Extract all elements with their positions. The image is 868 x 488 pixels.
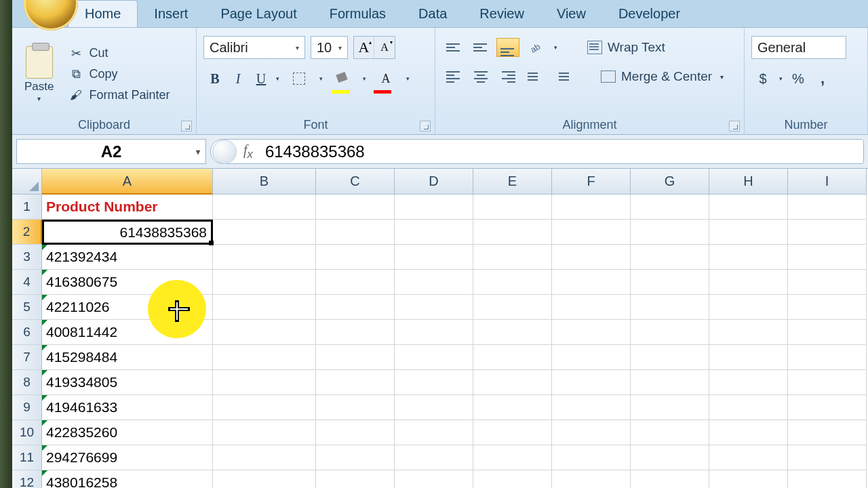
cell-I2[interactable] [788, 220, 867, 245]
align-left-button[interactable] [442, 67, 465, 86]
row-header-11[interactable]: 11 [12, 445, 42, 470]
cell-F11[interactable] [552, 445, 631, 470]
cell-B10[interactable] [213, 420, 316, 445]
cell-B5[interactable] [213, 295, 316, 320]
column-header-E[interactable]: E [473, 169, 552, 195]
column-header-D[interactable]: D [395, 169, 473, 195]
cell-D1[interactable] [395, 195, 473, 220]
cell-A8[interactable]: 419334805 [42, 370, 213, 395]
cell-E3[interactable] [473, 245, 552, 270]
cell-A10[interactable]: 422835260 [42, 420, 213, 445]
cell-E8[interactable] [473, 370, 552, 395]
formula-bar[interactable]: fx 61438835368 [210, 139, 864, 164]
cell-D9[interactable] [395, 395, 473, 420]
row-header-2[interactable]: 2 [12, 220, 42, 245]
cell-D12[interactable] [395, 470, 473, 488]
font-color-dropdown[interactable]: ▾ [403, 67, 412, 90]
orientation-button[interactable]: ab [524, 38, 547, 57]
row-header-5[interactable]: 5 [12, 295, 42, 320]
merge-center-button[interactable]: Merge & Center▾ [595, 68, 729, 85]
cell-E7[interactable] [473, 345, 552, 370]
cell-F3[interactable] [552, 245, 631, 270]
font-size-combo[interactable]: 10▾ [311, 36, 348, 59]
cell-H5[interactable] [709, 295, 788, 320]
cell-H8[interactable] [709, 370, 788, 395]
cell-G1[interactable] [631, 195, 709, 220]
cell-B3[interactable] [213, 245, 316, 270]
cell-C11[interactable] [316, 445, 395, 470]
cell-E9[interactable] [473, 395, 552, 420]
row-header-12[interactable]: 12 [12, 470, 42, 488]
cell-H10[interactable] [709, 420, 788, 445]
cell-A11[interactable]: 294276699 [42, 445, 213, 470]
cell-I7[interactable] [788, 345, 867, 370]
cell-F6[interactable] [552, 320, 631, 345]
cell-D3[interactable] [395, 245, 473, 270]
currency-button[interactable]: $ [751, 67, 774, 90]
align-middle-button[interactable] [469, 38, 492, 57]
cell-C10[interactable] [316, 420, 395, 445]
cell-B7[interactable] [213, 345, 316, 370]
cell-B4[interactable] [213, 270, 316, 295]
cell-I5[interactable] [788, 295, 867, 320]
format-painter-button[interactable]: 🖌Format Painter [64, 87, 174, 104]
font-launcher[interactable] [420, 121, 431, 131]
borders-button[interactable] [288, 67, 311, 90]
row-header-9[interactable]: 9 [12, 395, 42, 420]
tab-home[interactable]: Home [68, 0, 138, 27]
cell-D10[interactable] [395, 420, 473, 445]
column-header-H[interactable]: H [709, 169, 788, 195]
cell-A3[interactable]: 421392434 [42, 245, 213, 270]
cell-B12[interactable] [213, 470, 316, 488]
cell-G3[interactable] [631, 245, 709, 270]
paste-dropdown-arrow[interactable]: ▾ [37, 95, 41, 102]
cell-A12[interactable]: 438016258 [42, 470, 213, 488]
cell-G2[interactable] [631, 220, 709, 245]
comma-button[interactable]: , [811, 67, 834, 90]
cell-I11[interactable] [788, 445, 867, 470]
align-right-button[interactable] [496, 67, 519, 86]
tab-formulas[interactable]: Formulas [313, 1, 402, 27]
cell-I10[interactable] [788, 420, 867, 445]
underline-dropdown[interactable]: ▾ [273, 67, 282, 90]
cell-I1[interactable] [788, 195, 867, 220]
cell-C8[interactable] [316, 370, 395, 395]
row-header-7[interactable]: 7 [12, 345, 42, 370]
cell-H9[interactable] [709, 395, 788, 420]
cell-G8[interactable] [631, 370, 709, 395]
cell-E2[interactable] [473, 220, 552, 245]
cell-F2[interactable] [552, 220, 631, 245]
cell-C9[interactable] [316, 395, 395, 420]
cut-button[interactable]: ✂Cut [64, 45, 174, 62]
fill-color-dropdown[interactable]: ▾ [359, 67, 369, 90]
cell-I12[interactable] [788, 470, 867, 488]
cell-H12[interactable] [709, 470, 788, 488]
cell-H11[interactable] [709, 445, 788, 470]
cell-E12[interactable] [473, 470, 552, 488]
cell-H4[interactable] [709, 270, 788, 295]
cell-H7[interactable] [709, 345, 788, 370]
cell-C5[interactable] [316, 295, 395, 320]
cell-C6[interactable] [316, 320, 395, 345]
cell-B6[interactable] [213, 320, 316, 345]
cell-I8[interactable] [788, 370, 867, 395]
row-header-3[interactable]: 3 [12, 245, 42, 270]
cell-D8[interactable] [395, 370, 473, 395]
cell-D7[interactable] [395, 345, 473, 370]
cell-I6[interactable] [788, 320, 867, 345]
borders-dropdown[interactable]: ▾ [316, 67, 326, 90]
bold-button[interactable]: B [203, 67, 226, 90]
cell-B11[interactable] [213, 445, 316, 470]
cell-G7[interactable] [631, 345, 709, 370]
cell-G11[interactable] [631, 445, 709, 470]
row-header-8[interactable]: 8 [12, 370, 42, 395]
column-header-B[interactable]: B [213, 169, 316, 195]
cells-area[interactable]: Product Number61438835368421392434416380… [42, 195, 868, 488]
cell-C7[interactable] [316, 345, 395, 370]
tab-developer[interactable]: Developer [602, 1, 696, 27]
column-header-I[interactable]: I [788, 169, 867, 195]
currency-dropdown[interactable]: ▾ [776, 67, 785, 90]
cell-A7[interactable]: 415298484 [42, 345, 213, 370]
cell-C1[interactable] [316, 195, 395, 220]
font-color-button[interactable]: A [374, 67, 397, 90]
